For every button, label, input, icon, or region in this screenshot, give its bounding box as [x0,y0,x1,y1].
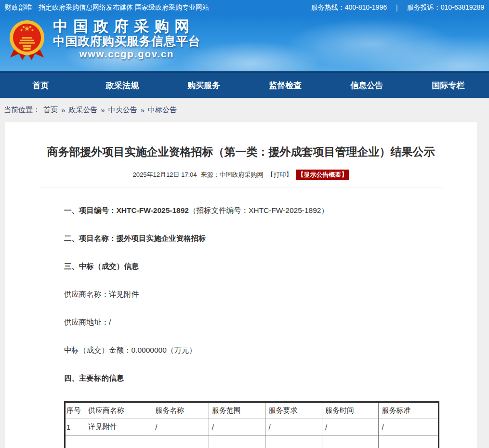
article-body: 一、项目编号：XHTC-FW-2025-1892（招标文件编号：XHTC-FW-… [5,206,477,448]
topbar-divider: ｜ [394,3,400,12]
para-project-name: 二、项目名称：援外项目实施企业资格招标 [64,234,429,243]
main-subject-label: 四、主要标的信息 [64,374,124,382]
col-header-service-scope: 服务范围 [209,402,265,419]
col-header-service-standard: 服务标准 [379,402,439,419]
project-number-label: 一、项目编号：XHTC-FW-2025-1892 [64,206,189,214]
para-award-amount: 中标（成交）金额：0.0000000（万元） [64,345,429,355]
para-supplier-name: 供应商名称：详见附件 [64,290,429,299]
breadcrumb-separator: » [101,106,105,114]
site-name-main: 中国政府采购网 [53,18,200,34]
cell-service-time: / [322,419,379,435]
cell-supplier: 详见附件 [85,419,152,435]
col-header-seq: 序号 [65,402,85,419]
breadcrumb-procurement-notices[interactable]: 政采公告 [68,105,97,115]
site-logo[interactable]: 中国政府采购网 中国政府购买服务信息平台 www.ccgp.gov.cn [6,18,200,65]
col-header-service-time: 服务时间 [322,402,379,419]
award-info-label: 三、中标（成交）信息 [64,262,139,270]
cell-service-standard: / [379,419,439,435]
bid-doc-number: （招标文件编号：XHTC-FW-2025-1892） [189,206,329,214]
breadcrumb-prefix: 当前位置： [4,105,40,115]
nav-item-announcements[interactable]: 信息公告 [326,73,408,98]
topbar: 财政部唯一指定政府采购信息网络发布媒体 国家级政府采购专业网站 服务热线：400… [0,0,489,15]
para-project-number: 一、项目编号：XHTC-FW-2025-1892（招标文件编号：XHTC-FW-… [64,206,429,215]
table-row: 1 详见附件 / / / / / [65,419,439,435]
main-nav: 首页 政采法规 购买服务 监督检查 信息公告 国际专栏 [0,71,489,98]
article-meta: 2025年12月12日 17:04 来源：中国政府采购网 【打印】 【显示公告概… [5,170,477,180]
nav-item-international[interactable]: 国际专栏 [408,73,489,98]
site-url: www.ccgp.gov.cn [53,48,200,60]
nav-item-home[interactable]: 首页 [0,73,81,98]
service-hotline: 服务热线：400-810-1996 [311,3,387,12]
cell-service-requirement: / [265,419,322,435]
table-header-row: 序号 供应商名称 服务名称 服务范围 服务要求 服务时间 服务标准 [65,402,439,419]
nav-item-regulations[interactable]: 政采法规 [81,73,163,98]
article-source: 来源：中国政府采购网 [200,171,263,179]
breadcrumb-separator: » [141,106,145,114]
breadcrumb: 当前位置： 首页 » 政采公告 » 中央公告 » 中标公告 [0,98,489,122]
para-award-info-heading: 三、中标（成交）信息 [64,262,429,271]
service-complaint: 服务投诉：010-63819289 [407,3,484,12]
award-amount-value: 中标（成交）金额：0.0000000（万元） [64,346,197,354]
cell-seq: 1 [65,419,85,435]
breadcrumb-award-notices[interactable]: 中标公告 [148,105,177,115]
publish-datetime: 2025年12月12日 17:04 [133,171,197,179]
col-header-service-requirement: 服务要求 [265,402,322,419]
para-main-subject-heading: 四、主要标的信息 [64,373,429,383]
table-row-empty [65,435,439,448]
project-name-label: 二、项目名称：援外项目实施企业资格招标 [64,234,206,242]
breadcrumb-home[interactable]: 首页 [43,105,58,115]
topbar-slogan: 财政部唯一指定政府采购信息网络发布媒体 国家级政府采购专业网站 [5,3,209,12]
breadcrumb-separator: » [61,106,65,114]
para-supplier-address: 供应商地址：/ [64,317,429,327]
nav-item-supervision[interactable]: 监督检查 [245,73,326,98]
cell-service-scope: / [209,419,265,435]
col-header-supplier: 供应商名称 [85,402,152,419]
bid-items-table: 序号 供应商名称 服务名称 服务范围 服务要求 服务时间 服务标准 1 详见附件… [64,401,439,448]
show-summary-button[interactable]: 【显示公告概要】 [296,170,349,180]
cell-service-name: / [152,419,209,435]
supplier-name-value: 供应商名称：详见附件 [64,290,139,298]
breadcrumb-central-notices[interactable]: 中央公告 [108,105,137,115]
national-emblem-icon [6,18,48,65]
col-header-service-name: 服务名称 [152,402,209,419]
page-title: 商务部援外项目实施企业资格招标（第一类：援外成套项目管理企业）结果公示 [5,122,477,159]
print-button[interactable]: 【打印】 [267,171,292,179]
supplier-address-value: 供应商地址：/ [64,318,111,326]
topbar-contacts: 服务热线：400-810-1996 ｜ 服务投诉：010-63819289 [311,3,484,12]
nav-item-purchase-services[interactable]: 购买服务 [163,73,244,98]
site-name-sub: 中国政府购买服务信息平台 [53,34,200,48]
site-banner: 中国政府采购网 中国政府购买服务信息平台 www.ccgp.gov.cn [0,15,489,71]
site-title-block: 中国政府采购网 中国政府购买服务信息平台 www.ccgp.gov.cn [53,18,200,60]
announcement-panel: 商务部援外项目实施企业资格招标（第一类：援外成套项目管理企业）结果公示 2025… [5,122,477,448]
meta-divider [39,187,443,187]
